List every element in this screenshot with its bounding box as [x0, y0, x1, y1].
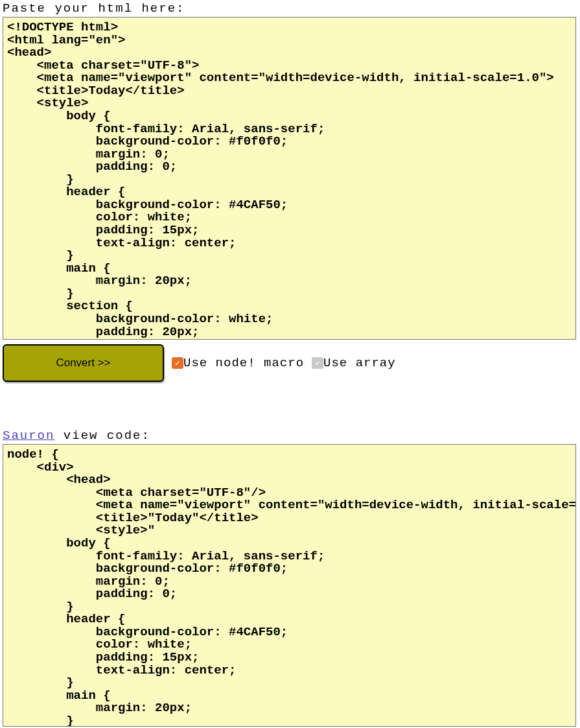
- sauron-link[interactable]: Sauron: [3, 429, 54, 443]
- checkbox-icon[interactable]: ✓: [172, 357, 183, 369]
- use-array-label: Use array: [323, 356, 396, 370]
- convert-button[interactable]: Convert >>: [3, 344, 164, 382]
- checkbox-icon: ✓: [312, 357, 323, 369]
- output-label: Sauron view code:: [0, 427, 580, 444]
- output-textarea[interactable]: [3, 444, 576, 727]
- input-label: Paste your html here:: [0, 0, 580, 17]
- use-node-macro-checkbox-group[interactable]: ✓ Use node! macro: [172, 356, 304, 370]
- use-array-checkbox-group: ✓ Use array: [312, 356, 396, 370]
- use-node-macro-label: Use node! macro: [183, 356, 304, 370]
- output-label-text: view code:: [54, 429, 150, 443]
- html-input-textarea[interactable]: [3, 17, 576, 340]
- controls-row: Convert >> ✓ Use node! macro ✓ Use array: [0, 343, 580, 383]
